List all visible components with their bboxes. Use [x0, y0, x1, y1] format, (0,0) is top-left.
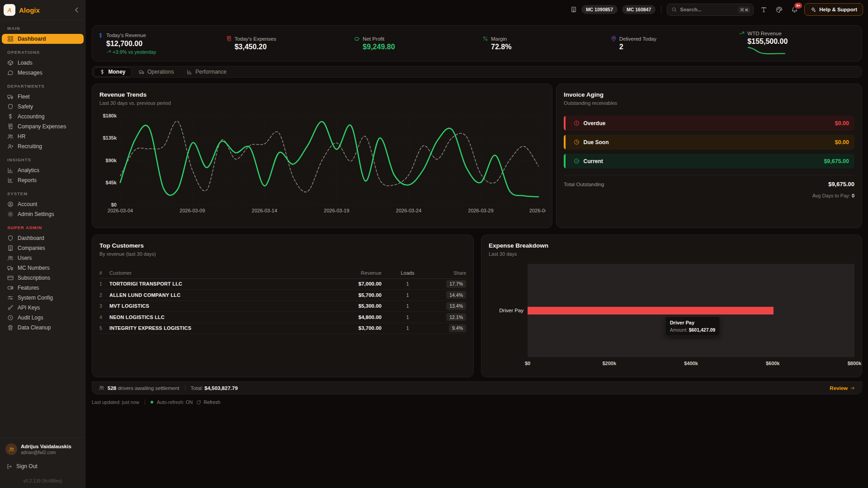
sidebar-item-admin-settings[interactable]: Admin Settings [2, 209, 84, 219]
user-name: Adrijus Vaidalauskis [21, 444, 71, 449]
customer-cell: TORTORIGI TRANSPORT LLC [109, 281, 314, 286]
check-circle-icon [574, 158, 580, 164]
table-row[interactable]: 1 TORTORIGI TRANSPORT LLC $7,000.00 1 17… [99, 279, 466, 290]
invoice-row-due-soon[interactable]: Due Soon $0.00 [564, 135, 854, 150]
sidebar-item-label: API Keys [18, 305, 40, 311]
loads-cell: 1 [382, 281, 434, 286]
column-header-rank: # [99, 270, 109, 276]
tab-money[interactable]: Money [94, 67, 132, 77]
user-icon [9, 446, 14, 452]
tab-operations[interactable]: Operations [133, 67, 179, 77]
bar-chart-icon [187, 69, 193, 75]
sidebar-item-data-cleanup[interactable]: Data Cleanup [2, 323, 84, 333]
sidebar-item-super-dashboard[interactable]: Dashboard [2, 233, 84, 243]
section-label-main: MAIN [2, 26, 84, 31]
sidebar-item-api-keys[interactable]: API Keys [2, 303, 84, 313]
truck-icon [7, 94, 14, 100]
kpi-value: $3,450.20 [235, 43, 349, 51]
search-input[interactable]: Search... K [667, 4, 754, 16]
top-header: MC 1090857 MC 160847 Search... K 9+ Help… [86, 0, 868, 19]
customer-cell: INTEGRITY EXPRESS LOGISTICS [109, 325, 314, 331]
alert-circle-icon [574, 120, 580, 126]
user-plus-icon [7, 143, 14, 150]
svg-text:2026-03-04: 2026-03-04 [108, 208, 133, 213]
sidebar-item-label: System Config [18, 295, 53, 301]
share-badge: 9.4% [449, 324, 466, 332]
user-info[interactable]: Adrijus Vaidalauskis adrian@fwl2.com [5, 443, 80, 455]
building-icon [571, 6, 577, 13]
sidebar-item-label: Admin Settings [18, 211, 54, 217]
x-axis-tick: $400k [684, 361, 698, 366]
divider [185, 385, 185, 391]
sidebar-item-users[interactable]: Users [2, 253, 84, 263]
dollar-icon [7, 113, 14, 120]
sidebar-item-audit-logs[interactable]: Audit Logs [2, 313, 84, 323]
chart-tooltip: Driver Pay Amount: $601,427.09 [665, 316, 720, 336]
kpi-value: $155,500.00 [747, 38, 862, 46]
dollar-icon [99, 69, 105, 75]
sidebar-item-messages[interactable]: Messages [2, 68, 84, 78]
panel-subtitle: By revenue (last 30 days) [99, 251, 466, 257]
sidebar-item-recruiting[interactable]: Recruiting [2, 141, 84, 151]
invoice-row-current[interactable]: Current $9,675.00 [564, 154, 854, 169]
x-axis-tick: $0 [525, 361, 530, 366]
invoice-row-overdue[interactable]: Overdue $0.00 [564, 116, 854, 131]
rank-cell: 4 [99, 314, 109, 320]
receipt-icon [7, 123, 14, 130]
theme-button[interactable] [774, 4, 784, 15]
sidebar-item-reports[interactable]: Reports [2, 175, 84, 185]
section-label-operations: OPERATIONS [2, 50, 84, 55]
svg-text:2026-03-14: 2026-03-14 [252, 208, 277, 213]
sign-out-button[interactable]: Sign Out [5, 463, 80, 469]
table-row[interactable]: 5 INTEGRITY EXPRESS LOGISTICS $3,700.00 … [99, 323, 466, 334]
driver-pay-bar[interactable] [528, 307, 774, 314]
typography-button[interactable] [758, 4, 769, 15]
tab-label: Operations [147, 69, 174, 75]
avg-days-value: 0 [852, 193, 854, 198]
credit-card-icon [7, 275, 14, 281]
sign-out-label: Sign Out [16, 463, 38, 469]
sidebar-item-accounting[interactable]: Accounting [2, 112, 84, 122]
mc-number-badge-1[interactable]: MC 1090857 [581, 5, 618, 14]
sidebar-footer: Adrijus Vaidalauskis adrian@fwl2.com Sig… [0, 437, 85, 488]
kpi-value: $9,249.80 [363, 43, 477, 51]
sidebar-item-safety[interactable]: Safety [2, 102, 84, 112]
sidebar-item-label: Fleet [18, 94, 30, 100]
tooltip-title: Driver Pay [670, 320, 715, 325]
sidebar-item-system-config[interactable]: System Config [2, 293, 84, 303]
help-support-button[interactable]: Help & Support [804, 3, 863, 16]
review-link[interactable]: Review [830, 385, 855, 391]
settlement-text: drivers awaiting settlement [118, 385, 179, 391]
sidebar-item-loads[interactable]: Loads [2, 58, 84, 68]
sidebar-item-dashboard[interactable]: Dashboard [2, 34, 84, 44]
invoice-row-label: Current [584, 158, 820, 164]
table-row[interactable]: 2 ALLEN LUND COMPANY LLC $5,700.00 1 14.… [99, 290, 466, 301]
sidebar-item-subscriptions[interactable]: Subscriptions [2, 273, 84, 283]
settlement-count: 528 [108, 385, 116, 391]
sidebar-item-label: Subscriptions [18, 275, 50, 281]
share-badge: 13.4% [446, 302, 466, 310]
sidebar-item-mc-numbers[interactable]: MC Numbers [2, 263, 84, 273]
sidebar-collapse-icon[interactable] [73, 6, 81, 14]
alogix-logo: A [4, 4, 15, 16]
sidebar-item-companies[interactable]: Companies [2, 243, 84, 253]
refresh-button[interactable]: Refresh [196, 399, 220, 405]
table-row[interactable]: 3 MVT LOGISTICS $5,300.00 1 13.4% [99, 301, 466, 312]
table-row[interactable]: 4 NEON LOGISTICS LLC $4,800.00 1 12.1% [99, 312, 466, 323]
sidebar-item-hr[interactable]: HR [2, 131, 84, 141]
sidebar-item-analytics[interactable]: Analytics [2, 165, 84, 175]
revenue-cell: $5,700.00 [314, 292, 382, 298]
sidebar-item-features[interactable]: Features [2, 283, 84, 293]
expense-breakdown-chart: Driver Pay Driver Pay Amount: $601,427.0… [489, 264, 854, 357]
svg-text:$135k: $135k [103, 135, 117, 141]
sidebar-item-company-expenses[interactable]: Company Expenses [2, 122, 84, 131]
sidebar-item-fleet[interactable]: Fleet [2, 92, 84, 102]
sidebar-item-account[interactable]: Account [2, 199, 84, 209]
notifications-button[interactable]: 9+ [789, 4, 800, 15]
search-shortcut: K [738, 6, 750, 13]
kpi-label: Net Profit [363, 36, 384, 42]
rank-cell: 3 [99, 303, 109, 309]
mc-number-badge-2[interactable]: MC 160847 [622, 5, 656, 14]
kpi-delta: +3.9% vs yesterday [113, 49, 156, 55]
tab-performance[interactable]: Performance [181, 67, 232, 77]
